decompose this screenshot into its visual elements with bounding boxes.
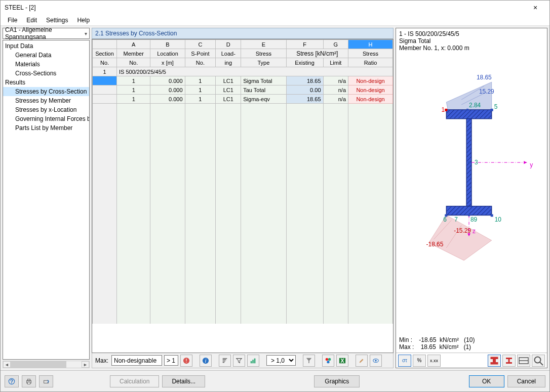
table-row[interactable]: 1 0.000 1 LC1 Sigma Total 18.65 n/a Non-… xyxy=(93,76,393,85)
table-row[interactable]: 1 0.000 1 LC1 Sigma-eqv 18.65 n/a Non-de… xyxy=(93,95,393,104)
th-section: Section xyxy=(93,49,117,58)
svg-text:X: X xyxy=(341,357,344,363)
th-b[interactable]: B xyxy=(150,40,185,49)
results-table: A B C D E F G H Section Member Location xyxy=(92,39,393,324)
svg-text:2.84: 2.84 xyxy=(469,102,481,109)
nav-tree: Input Data General Data Materials Cross-… xyxy=(3,40,90,360)
th-load2: ing xyxy=(216,58,241,67)
menu-file[interactable]: File xyxy=(4,16,21,25)
tree-cross-sections[interactable]: Cross-Sections xyxy=(3,69,89,78)
th-sp2: No. xyxy=(185,58,216,67)
percent-button[interactable]: % xyxy=(413,355,426,367)
cross-section-canvas[interactable]: 18.65 15.29 2.84 5 1 3 y 6 7 89 10 -15.2… xyxy=(396,54,547,334)
svg-rect-6 xyxy=(254,358,256,363)
svg-rect-20 xyxy=(446,110,491,119)
th-c[interactable]: C xyxy=(185,40,216,49)
brush-icon[interactable] xyxy=(356,355,368,367)
status-error-icon[interactable]: ! xyxy=(180,355,192,367)
case-selector[interactable]: CA1 - Allgemeine Spannungsana ▾ xyxy=(3,28,90,39)
details-button[interactable]: Details... xyxy=(162,375,205,387)
menu-edit[interactable]: Edit xyxy=(22,16,41,25)
window-close-icon[interactable]: × xyxy=(525,4,545,12)
tree-stresses-by-x-location[interactable]: Stresses by x-Location xyxy=(3,105,89,114)
calculation-button[interactable]: Calculation xyxy=(110,375,159,387)
view-section-icon[interactable] xyxy=(488,355,501,367)
preview-info-line3: Member No. 1, x: 0.000 m xyxy=(399,45,544,52)
tree-input-data[interactable]: Input Data xyxy=(3,41,89,51)
th-e[interactable]: E xyxy=(241,40,286,49)
th-section2: No. xyxy=(93,58,117,67)
tree-results[interactable]: Results xyxy=(3,78,89,87)
graphics-button[interactable]: Graphics xyxy=(314,375,360,387)
view-dimensions-icon[interactable] xyxy=(517,355,530,367)
sort-icon[interactable] xyxy=(219,355,231,367)
th-stress: Stress xyxy=(241,49,286,58)
chart-icon[interactable] xyxy=(247,355,259,367)
tree-stresses-by-member[interactable]: Stresses by Member xyxy=(3,96,89,105)
th-d[interactable]: D xyxy=(216,40,241,49)
svg-text:7: 7 xyxy=(454,216,458,223)
precision-button[interactable]: x.xx xyxy=(427,355,441,367)
ok-button[interactable]: OK xyxy=(469,375,504,387)
svg-rect-33 xyxy=(468,161,470,163)
export-button[interactable] xyxy=(39,375,53,387)
svg-rect-4 xyxy=(251,361,252,363)
svg-rect-59 xyxy=(27,382,30,384)
svg-marker-24 xyxy=(524,161,527,164)
cancel-button[interactable]: Cancel xyxy=(507,375,545,387)
svg-rect-5 xyxy=(252,360,254,363)
menu-settings[interactable]: Settings xyxy=(42,16,72,25)
info-icon[interactable]: i xyxy=(200,355,212,367)
eye-icon[interactable] xyxy=(370,355,382,367)
table-row[interactable]: 1 0.000 1 LC1 Tau Total 0.00 n/a Non-des… xyxy=(93,85,393,95)
tree-general-data[interactable]: General Data xyxy=(3,51,89,60)
th-g[interactable]: G xyxy=(323,40,348,49)
svg-point-53 xyxy=(535,357,541,363)
max-label: Max: xyxy=(95,357,108,364)
gt1-field[interactable]: > 1 xyxy=(164,355,178,366)
svg-rect-49 xyxy=(493,359,496,362)
sigma-tau-button[interactable]: στ xyxy=(398,355,411,367)
sidebar-horizontal-scrollbar[interactable]: ◄ ► xyxy=(3,361,90,368)
preview-info-line2: Sigma Total xyxy=(399,37,544,45)
menu-help[interactable]: Help xyxy=(73,16,94,25)
th-h[interactable]: H xyxy=(348,40,393,49)
svg-text:18.65: 18.65 xyxy=(477,74,492,81)
scroll-right-icon[interactable]: ► xyxy=(82,361,89,368)
svg-rect-28 xyxy=(491,109,493,111)
sidebar: CA1 - Allgemeine Spannungsana ▾ Input Da… xyxy=(3,28,90,368)
tree-materials[interactable]: Materials xyxy=(3,60,89,69)
th-sp: S-Point xyxy=(185,49,216,58)
scale-select[interactable]: > 1,0 xyxy=(266,355,296,366)
help-button[interactable]: ? xyxy=(5,375,19,387)
svg-line-54 xyxy=(540,362,543,365)
svg-point-13 xyxy=(375,360,377,362)
th-f[interactable]: F xyxy=(286,40,323,49)
tree-parts-list-by-member[interactable]: Parts List by Member xyxy=(3,123,89,133)
footer-bar: ? Calculation Details... Graphics OK Can… xyxy=(1,370,549,391)
export-excel-icon[interactable]: X xyxy=(336,355,348,367)
svg-rect-50 xyxy=(491,362,498,365)
view-isometric-icon[interactable] xyxy=(502,355,516,367)
th-load: Load- xyxy=(216,49,241,58)
print-button[interactable] xyxy=(22,375,36,387)
th-ratio2: Ratio xyxy=(348,58,393,67)
filter-icon[interactable] xyxy=(233,355,245,367)
tree-stresses-by-cross-section[interactable]: Stresses by Cross-Section xyxy=(3,87,89,96)
svg-text:?: ? xyxy=(10,378,13,384)
svg-text:-18.65: -18.65 xyxy=(426,241,444,248)
palette-icon[interactable] xyxy=(322,355,334,367)
scroll-track[interactable] xyxy=(11,361,82,368)
funnel-icon[interactable] xyxy=(303,355,315,367)
svg-text:10: 10 xyxy=(495,216,502,223)
tree-governing-internal-forces[interactable]: Governing Internal Forces by M xyxy=(3,114,89,123)
table-group-row[interactable]: 1 IS 500/200/25/45/5 xyxy=(93,67,393,76)
svg-text:15.29: 15.29 xyxy=(479,88,494,95)
scroll-thumb[interactable] xyxy=(11,361,66,368)
max-value-field[interactable]: Non-designable xyxy=(111,355,162,366)
print-preview-icon[interactable] xyxy=(532,355,545,367)
scroll-left-icon[interactable]: ◄ xyxy=(3,361,11,368)
th-a[interactable]: A xyxy=(117,40,150,49)
th-limit: Limit xyxy=(323,58,348,67)
th-blank xyxy=(93,40,117,49)
